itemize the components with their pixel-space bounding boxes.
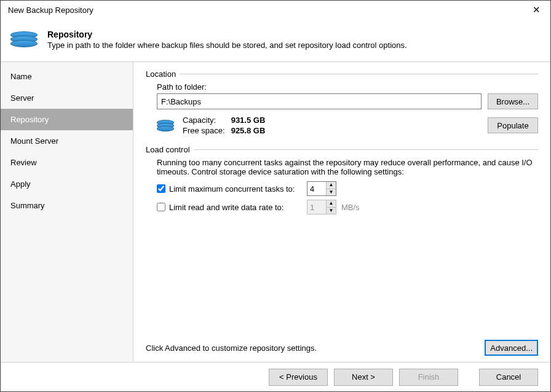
limit-rate-up-icon: ▲: [327, 200, 336, 208]
disk-stack-icon: [10, 31, 38, 47]
free-space-label: Free space:: [183, 126, 225, 135]
sidebar-item-mount-server[interactable]: Mount Server: [1, 130, 133, 152]
limit-tasks-label: Limit maximum concurrent tasks to:: [169, 184, 295, 194]
sidebar: Name Server Repository Mount Server Revi…: [1, 62, 133, 362]
sidebar-item-name[interactable]: Name: [1, 66, 133, 87]
free-space-value: 925.8 GB: [231, 126, 266, 135]
limit-rate-unit: MB/s: [341, 203, 360, 212]
previous-button[interactable]: < Previous: [269, 369, 328, 386]
load-control-group-header: Load control: [146, 145, 538, 154]
capacity-value: 931.5 GB: [231, 116, 266, 125]
close-icon: ✕: [533, 4, 541, 15]
capacity-label: Capacity:: [183, 116, 225, 125]
close-button[interactable]: ✕: [523, 1, 550, 19]
populate-button[interactable]: Populate: [488, 117, 538, 133]
finish-button: Finish: [399, 369, 458, 386]
sidebar-item-apply[interactable]: Apply: [1, 173, 133, 195]
location-group-title: Location: [146, 69, 176, 79]
limit-tasks-down-icon[interactable]: ▼: [327, 189, 336, 196]
sidebar-item-server[interactable]: Server: [1, 87, 133, 109]
banner-text: Repository Type in path to the folder wh…: [47, 28, 407, 50]
banner-title: Repository: [47, 29, 407, 39]
location-group-header: Location: [146, 69, 538, 79]
sidebar-item-review[interactable]: Review: [1, 152, 133, 173]
advanced-hint: Click Advanced to customize repository s…: [146, 343, 478, 353]
limit-tasks-up-icon[interactable]: ▲: [327, 182, 336, 189]
disk-capacity-icon: [157, 120, 174, 131]
titlebar: New Backup Repository ✕: [1, 1, 550, 19]
limit-rate-checkbox[interactable]: [157, 203, 165, 211]
load-control-group-title: Load control: [146, 145, 190, 154]
banner-subtitle: Type in path to the folder where backup …: [47, 41, 407, 50]
limit-tasks-value[interactable]: [307, 182, 326, 195]
cancel-button[interactable]: Cancel: [479, 369, 538, 386]
limit-tasks-row: Limit maximum concurrent tasks to: ▲ ▼: [157, 181, 538, 196]
footer: < Previous Next > Finish Cancel: [1, 362, 550, 391]
sidebar-item-repository[interactable]: Repository: [1, 109, 133, 130]
capacity-table: Capacity: 931.5 GB Free space: 925.8 GB: [183, 116, 265, 135]
banner: Repository Type in path to the folder wh…: [1, 19, 550, 62]
next-button[interactable]: Next >: [334, 369, 393, 386]
limit-tasks-spinbox[interactable]: ▲ ▼: [307, 181, 336, 196]
limit-rate-row: Limit read and write data rate to: ▲ ▼ M…: [157, 200, 538, 214]
advanced-button[interactable]: Advanced...: [485, 340, 538, 356]
limit-rate-value: [307, 200, 326, 214]
sidebar-item-summary[interactable]: Summary: [1, 195, 133, 216]
path-input[interactable]: [157, 93, 482, 109]
load-control-description: Running too many concurrent tasks agains…: [157, 158, 538, 176]
content-pane: Location Path to folder: Browse... Capac…: [133, 62, 550, 362]
limit-tasks-checkbox[interactable]: [157, 184, 165, 193]
path-label: Path to folder:: [157, 82, 538, 92]
limit-rate-label: Limit read and write data rate to:: [169, 203, 283, 212]
body: Name Server Repository Mount Server Revi…: [1, 62, 550, 362]
limit-rate-down-icon: ▼: [327, 208, 336, 214]
window-title: New Backup Repository: [8, 6, 523, 15]
limit-rate-spinbox: ▲ ▼: [307, 200, 336, 214]
dialog-window: New Backup Repository ✕ Repository Type …: [0, 0, 551, 392]
browse-button[interactable]: Browse...: [488, 93, 538, 109]
